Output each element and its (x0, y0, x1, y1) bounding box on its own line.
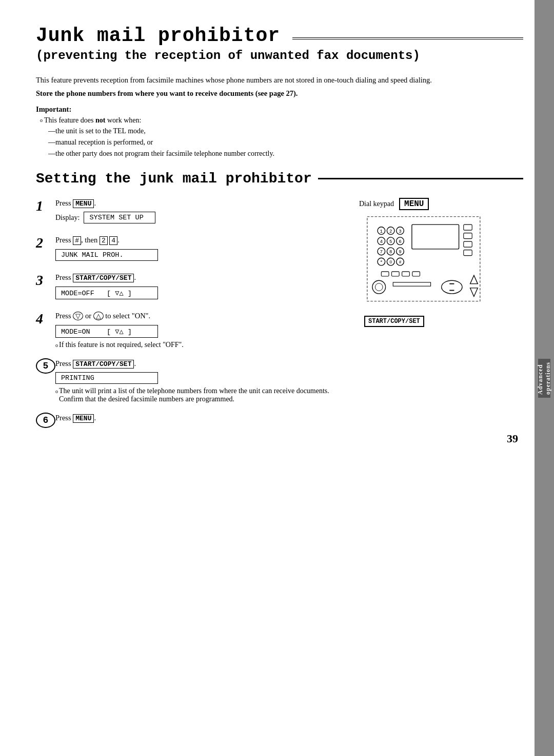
page-number: 39 (507, 432, 518, 445)
step-1: 1 Press MENU. Display: SYSTEM SET UP (36, 198, 344, 226)
step-1-content: Press MENU. Display: SYSTEM SET UP (55, 198, 344, 226)
step-6-content: Press MENU. (55, 413, 344, 427)
steps-column: 1 Press MENU. Display: SYSTEM SET UP 2 P (36, 198, 344, 438)
sidebar-inner: Advancedoperations (538, 359, 550, 398)
start-copy-set-key-3: START/COPY/SET (73, 274, 134, 282)
down-arrow-key: ▽ (73, 312, 83, 320)
svg-text:*: * (380, 259, 383, 264)
step-6: 6 Press MENU. (36, 413, 344, 428)
section-title: Setting the junk mail prohibitor (36, 171, 523, 187)
intro-bold: Store the phone numbers from where you w… (36, 89, 523, 98)
step-5-note: o The unit will print a list of the tele… (55, 387, 344, 403)
step-2-content: Press #, then 2 4. JUNK MAIL PROH. (55, 235, 344, 263)
svg-marker-41 (470, 288, 478, 296)
step-2-instruction: Press #, then 2 4. (55, 235, 344, 246)
svg-rect-33 (412, 271, 420, 276)
sidebar-text: Advancedoperations (537, 362, 552, 395)
step-2: 2 Press #, then 2 4. JUNK MAIL PROH. (36, 235, 344, 263)
svg-point-34 (372, 280, 386, 294)
display-screen-5: PRINTING (55, 372, 158, 384)
hash-key: # (73, 236, 81, 245)
display-screen-4: MODE=ON [ ▽△ ] (55, 325, 158, 338)
svg-point-37 (442, 280, 462, 294)
menu-key-1: MENU (73, 199, 94, 208)
svg-text:2: 2 (389, 228, 392, 234)
svg-rect-36 (393, 282, 430, 285)
svg-rect-27 (464, 233, 472, 238)
title-divider (292, 32, 523, 39)
svg-point-35 (375, 283, 383, 291)
step-1-display: Display: SYSTEM SET UP (55, 212, 344, 223)
important-note-text: This feature does not work when: (44, 115, 141, 126)
svg-text:3: 3 (399, 228, 402, 234)
dial-keypad-label: Dial keypad (359, 200, 394, 208)
step-3-content: Press START/COPY/SET. MODE=OFF [ ▽△ ] (55, 272, 344, 301)
content-layout: 1 Press MENU. Display: SYSTEM SET UP 2 P (36, 198, 523, 438)
display-screen-2: JUNK MAIL PROH. (55, 249, 158, 261)
section-title-line (318, 178, 523, 179)
display-screen-1: SYSTEM SET UP (84, 212, 155, 223)
svg-text:6: 6 (399, 238, 402, 244)
note-dot-4: o (55, 342, 58, 348)
svg-marker-40 (470, 275, 478, 284)
svg-rect-31 (392, 271, 400, 276)
step-4-note: o If this feature is not required, selec… (55, 341, 344, 349)
svg-text:9: 9 (399, 249, 402, 255)
svg-text:8: 8 (389, 249, 392, 255)
page-title-main: Junk mail prohibitor (36, 25, 523, 47)
intro-text: This feature prevents reception from fac… (36, 75, 523, 86)
svg-rect-28 (464, 241, 472, 247)
step-6-number-wrap: 6 (36, 413, 55, 428)
step-4-display: MODE=ON [ ▽△ ] (55, 325, 344, 338)
svg-text:0: 0 (389, 259, 392, 264)
device-label-row: Dial keypad MENU (359, 198, 523, 210)
svg-rect-25 (412, 224, 459, 249)
num-key-4: 4 (109, 236, 117, 245)
step-6-instruction: Press MENU. (55, 413, 344, 424)
step-3-instruction: Press START/COPY/SET. (55, 272, 344, 283)
step-5-display: PRINTING (55, 372, 344, 384)
num-key-2: 2 (100, 236, 108, 245)
svg-text:5: 5 (389, 238, 392, 244)
step-3-number: 3 (36, 272, 55, 289)
display-label-1: Display: (55, 214, 80, 222)
important-label: Important: (36, 105, 523, 114)
step-5: 5 Press START/COPY/SET. PRINTING o The u… (36, 358, 344, 404)
dash-item-1: —the unit is set to the TEL mode, (48, 126, 523, 137)
svg-text:1: 1 (380, 228, 383, 234)
menu-key-6: MENU (73, 414, 94, 423)
svg-rect-30 (381, 271, 389, 276)
up-arrow-key: △ (93, 312, 104, 320)
dash-item-2: —manual reception is performed, or (48, 137, 523, 148)
bullet-dot: o (40, 116, 43, 125)
step-5-number-wrap: 5 (36, 358, 55, 374)
device-column: Dial keypad MENU 1 2 3 4 5 (359, 198, 523, 327)
step-4: 4 Press ▽ or △ to select "ON". MODE=ON [… (36, 311, 344, 349)
step-2-display: JUNK MAIL PROH. (55, 249, 344, 261)
important-item-main: o This feature does not work when: (40, 115, 523, 126)
step-5-number: 5 (36, 358, 55, 374)
step-4-content: Press ▽ or △ to select "ON". MODE=ON [ ▽… (55, 311, 344, 349)
right-sidebar: Advancedoperations (535, 0, 554, 756)
step-2-number: 2 (36, 235, 55, 251)
svg-rect-29 (464, 250, 472, 255)
step-1-number: 1 (36, 198, 55, 214)
step-5-instruction: Press START/COPY/SET. (55, 358, 344, 370)
dash-item-3: —the other party does not program their … (48, 148, 523, 159)
step-4-number: 4 (36, 311, 55, 327)
fax-machine-diagram: 1 2 3 4 5 6 7 8 9 (359, 214, 498, 327)
svg-rect-26 (464, 224, 472, 230)
step-4-instruction: Press ▽ or △ to select "ON". (55, 311, 344, 322)
step-1-instruction: Press MENU. (55, 198, 344, 209)
svg-text:4: 4 (380, 238, 383, 244)
note-dot-5: o (55, 389, 58, 394)
start-copy-set-key-5: START/COPY/SET (73, 360, 134, 369)
step-3-display: MODE=OFF [ ▽△ ] (55, 287, 344, 299)
important-section: o This feature does not work when: —the … (40, 115, 523, 159)
page-title-sub: (preventing the reception of unwanted fa… (36, 49, 523, 63)
display-screen-3: MODE=OFF [ ▽△ ] (55, 287, 158, 299)
svg-text:7: 7 (380, 249, 383, 255)
step-5-content: Press START/COPY/SET. PRINTING o The uni… (55, 358, 344, 404)
step-3: 3 Press START/COPY/SET. MODE=OFF [ ▽△ ] (36, 272, 344, 301)
menu-badge-device: MENU (399, 198, 429, 210)
